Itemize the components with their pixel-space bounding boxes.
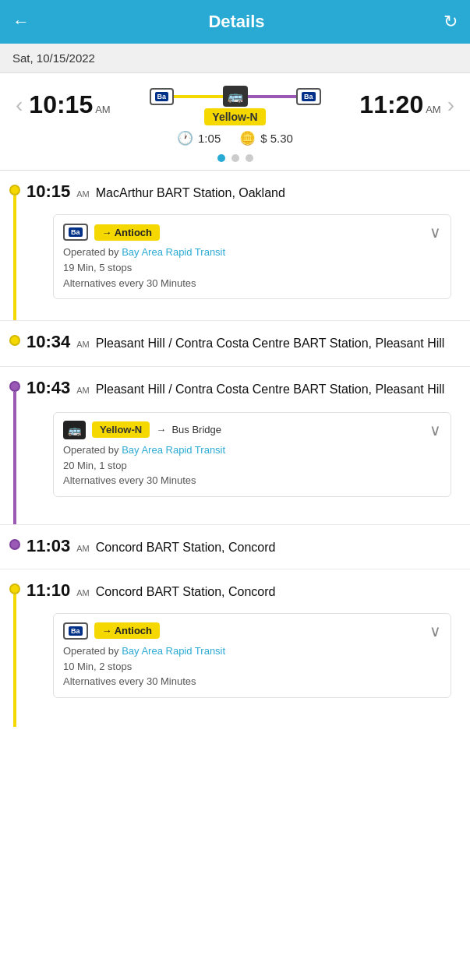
operator-link-3[interactable]: Bay Area Rapid Transit bbox=[122, 444, 225, 456]
operator-link-5[interactable]: Bay Area Rapid Transit bbox=[122, 645, 225, 657]
cost-info: 🪙 $ 5.30 bbox=[239, 130, 293, 146]
bus-mode-icon-3: 🚌 bbox=[63, 421, 86, 439]
next-trip-button[interactable]: › bbox=[441, 93, 461, 118]
dot-3[interactable] bbox=[246, 154, 253, 162]
refresh-button[interactable]: ↻ bbox=[443, 12, 458, 32]
bart-mode-icon-5: Ba bbox=[63, 622, 88, 640]
stop-row-3: 10:43 AM Pleasant Hill / Contra Costa Ce… bbox=[0, 366, 470, 524]
bus-icon-middle: 🚌 bbox=[223, 86, 248, 107]
timeline-5 bbox=[9, 569, 20, 727]
stop-header-2: 10:34 AM Pleasant Hill / Contra Costa Ce… bbox=[27, 321, 461, 366]
service-meta-3: 20 Min, 1 stopAlternatives every 30 Minu… bbox=[63, 458, 441, 488]
trip-info-row: 🕐 1:05 🪙 $ 5.30 bbox=[9, 130, 461, 146]
stop-header-3: 10:43 AM Pleasant Hill / Contra Costa Ce… bbox=[27, 367, 461, 412]
service-meta-5: 10 Min, 2 stopsAlternatives every 30 Min… bbox=[63, 659, 441, 689]
stop-header-5: 11:10 AM Concord BART Station, Concord bbox=[27, 569, 461, 613]
cost-label: $ 5.30 bbox=[260, 132, 293, 145]
stop-header-4: 11:03 AM Concord BART Station, Concord bbox=[27, 525, 461, 569]
stop-content-3: 10:43 AM Pleasant Hill / Contra Costa Ce… bbox=[27, 367, 461, 524]
date-label: Sat, 10/15/2022 bbox=[12, 51, 95, 65]
bart-mode-icon-1: Ba bbox=[63, 224, 88, 241]
yellow-n-badge-3: Yellow-N bbox=[92, 421, 150, 438]
stop-content-4: 11:03 AM Concord BART Station, Concord bbox=[27, 525, 461, 569]
dot-stop-1 bbox=[9, 185, 20, 196]
dot-stop-4 bbox=[9, 539, 20, 550]
operated-by-3: Operated by Bay Area Rapid Transit bbox=[63, 444, 441, 456]
trip-summary: ‹ 10:15 AM Ba 🚌 Ba Yellow-N bbox=[0, 73, 470, 171]
coins-icon: 🪙 bbox=[239, 130, 256, 146]
clock-icon: 🕐 bbox=[177, 130, 193, 146]
line-3 bbox=[13, 392, 16, 524]
service-card-header-1: Ba → Antioch ∨ bbox=[63, 223, 441, 241]
journey-list: 10:15 AM MacArthur BART Station, Oakland… bbox=[0, 171, 470, 727]
stop-content-5: 11:10 AM Concord BART Station, Concord B… bbox=[27, 569, 461, 727]
antioch-badge-1: → Antioch bbox=[94, 224, 161, 241]
bart-icon-left: Ba bbox=[150, 88, 175, 105]
service-left-5: Ba → Antioch bbox=[63, 622, 160, 640]
back-button[interactable]: ← bbox=[12, 12, 30, 32]
dot-stop-2 bbox=[9, 335, 20, 346]
service-meta-1: 19 Min, 5 stopsAlternatives every 30 Min… bbox=[63, 260, 441, 291]
stop-content-1: 10:15 AM MacArthur BART Station, Oakland… bbox=[27, 171, 461, 320]
stop-header-1: 10:15 AM MacArthur BART Station, Oakland bbox=[27, 171, 461, 214]
dot-stop-5 bbox=[9, 583, 20, 594]
duration-label: 1:05 bbox=[198, 132, 221, 145]
route-line: Ba 🚌 Ba bbox=[150, 86, 321, 107]
date-bar: Sat, 10/15/2022 bbox=[0, 44, 470, 73]
expand-icon-5[interactable]: ∨ bbox=[429, 622, 441, 640]
operator-link-1[interactable]: Bay Area Rapid Transit bbox=[122, 246, 225, 258]
service-card-3: 🚌 Yellow-N → Bus Bridge ∨ Operated by Ba… bbox=[53, 412, 451, 497]
dest-text-3: → Bus Bridge bbox=[156, 424, 221, 435]
timeline-3 bbox=[9, 367, 20, 524]
page-title: Details bbox=[208, 12, 264, 32]
dot-1[interactable] bbox=[217, 154, 225, 162]
expand-icon-3[interactable]: ∨ bbox=[429, 421, 441, 439]
stop-row-4: 11:03 AM Concord BART Station, Concord bbox=[0, 524, 470, 569]
service-card-1: Ba → Antioch ∨ Operated by Bay Area Rapi… bbox=[53, 214, 451, 299]
stop-row-2: 10:34 AM Pleasant Hill / Contra Costa Ce… bbox=[0, 320, 470, 366]
service-left-3: 🚌 Yellow-N → Bus Bridge bbox=[63, 421, 221, 439]
service-card-5: Ba → Antioch ∨ Operated by Bay Area Rapi… bbox=[53, 613, 451, 698]
timeline-2 bbox=[9, 321, 20, 366]
service-card-header-5: Ba → Antioch ∨ bbox=[63, 622, 441, 640]
line-5 bbox=[13, 594, 16, 727]
antioch-badge-5: → Antioch bbox=[94, 622, 161, 639]
stop-row-1: 10:15 AM MacArthur BART Station, Oakland… bbox=[0, 171, 470, 320]
pagination-dots bbox=[9, 154, 461, 162]
stop-content-2: 10:34 AM Pleasant Hill / Contra Costa Ce… bbox=[27, 321, 461, 366]
service-card-header-3: 🚌 Yellow-N → Bus Bridge ∨ bbox=[63, 421, 441, 439]
prev-trip-button[interactable]: ‹ bbox=[9, 93, 29, 118]
duration-info: 🕐 1:05 bbox=[177, 130, 221, 146]
operated-by-1: Operated by Bay Area Rapid Transit bbox=[63, 246, 441, 258]
service-left-1: Ba → Antioch bbox=[63, 224, 160, 241]
header: ← Details ↻ bbox=[0, 0, 470, 44]
route-badge: Yellow-N bbox=[204, 110, 265, 124]
expand-icon-1[interactable]: ∨ bbox=[429, 223, 441, 241]
timeline-4 bbox=[9, 525, 20, 569]
dot-stop-3 bbox=[9, 381, 20, 392]
dot-2[interactable] bbox=[231, 154, 239, 162]
trip-route-middle: Ba 🚌 Ba Yellow-N bbox=[111, 86, 360, 124]
line-purple bbox=[248, 95, 296, 98]
timeline-1 bbox=[9, 171, 20, 320]
stop-row-5: 11:10 AM Concord BART Station, Concord B… bbox=[0, 569, 470, 727]
line-yellow-left bbox=[174, 95, 222, 98]
bart-icon-right: Ba bbox=[296, 88, 321, 105]
depart-time: 10:15 AM bbox=[29, 90, 110, 119]
arrive-time: 11:20 AM bbox=[359, 90, 440, 119]
operated-by-5: Operated by Bay Area Rapid Transit bbox=[63, 645, 441, 657]
line-1 bbox=[13, 196, 16, 320]
